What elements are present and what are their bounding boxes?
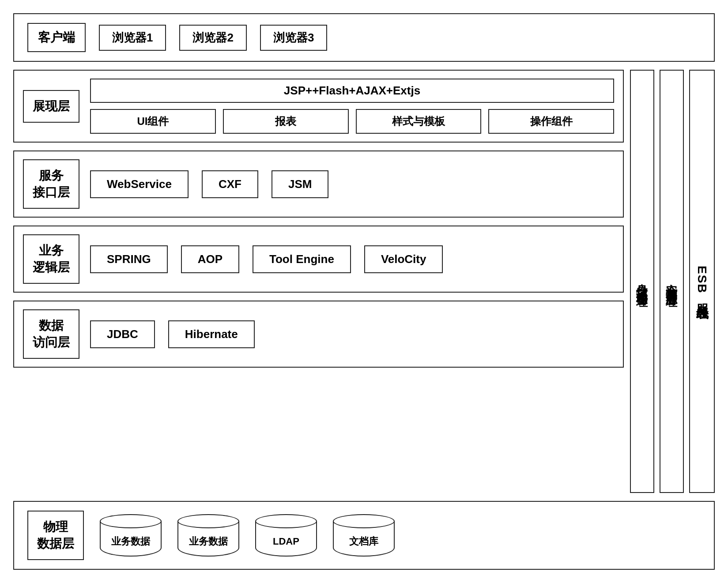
cylinder-2: 业务数据 — [177, 514, 239, 557]
identity-col: 身份认证授权管理 — [630, 70, 654, 493]
hibernate-box: Hibernate — [168, 320, 255, 348]
service-layer-name: 服务 接口层 — [23, 159, 79, 209]
cylinder-3: LDAP — [255, 514, 317, 557]
cxf-box: CXF — [202, 170, 258, 198]
presentation-layer: 展现层 JSP++Flash+AJAX+Extjs UI组件 报表 样式与模板 … — [13, 70, 624, 143]
service-layer: 服务 接口层 WebService CXF JSM — [13, 150, 624, 218]
presentation-layer-name: 展现层 — [23, 90, 79, 123]
db-1: 业务数据 — [100, 514, 162, 557]
cyl-top-1 — [100, 514, 162, 528]
data-access-layer: 数据 访问层 JDBC Hibernate — [13, 301, 624, 368]
browser-3: 浏览器3 — [260, 25, 327, 51]
left-section: 展现层 JSP++Flash+AJAX+Extjs UI组件 报表 样式与模板 … — [13, 70, 624, 493]
security-col: 安全控制日志管理 — [660, 70, 684, 493]
db-label-3: LDAP — [273, 536, 299, 547]
report-component: 报表 — [223, 109, 349, 134]
db-label-2: 业务数据 — [189, 535, 228, 548]
operation-component: 操作组件 — [488, 109, 614, 134]
esb-col: ESB服务总线 — [689, 70, 715, 493]
right-columns: 身份认证授权管理 安全控制日志管理 ESB服务总线 — [630, 70, 715, 493]
presentation-inner: JSP++Flash+AJAX+Extjs UI组件 报表 样式与模板 操作组件 — [90, 79, 614, 134]
style-component: 样式与模板 — [356, 109, 482, 134]
spring-box: SPRING — [90, 245, 168, 273]
tool-engine-box: Tool Engine — [253, 245, 351, 273]
main-container: 展现层 JSP++Flash+AJAX+Extjs UI组件 报表 样式与模板 … — [13, 70, 715, 493]
browser-1: 浏览器1 — [99, 25, 166, 51]
jdbc-box: JDBC — [90, 320, 155, 348]
physical-layer: 物理 数据层 业务数据 业务数据 LDAP 文档 — [13, 501, 715, 570]
data-access-layer-name: 数据 访问层 — [23, 309, 79, 359]
cyl-top-3 — [255, 514, 317, 528]
business-tech-row: SPRING AOP Tool Engine VeloCity — [90, 245, 443, 273]
db-label-1: 业务数据 — [111, 535, 150, 548]
webservice-box: WebService — [90, 170, 189, 198]
cyl-top-2 — [177, 514, 239, 528]
jsm-box: JSM — [272, 170, 328, 198]
db-4: 文档库 — [333, 514, 395, 557]
data-access-tech-row: JDBC Hibernate — [90, 320, 255, 348]
service-tech-row: WebService CXF JSM — [90, 170, 328, 198]
client-label: 客户端 — [27, 23, 86, 52]
browser-2: 浏览器2 — [179, 25, 246, 51]
business-layer-name: 业务 逻辑层 — [23, 234, 79, 284]
velocity-box: VeloCity — [364, 245, 443, 273]
component-row: UI组件 报表 样式与模板 操作组件 — [90, 109, 614, 134]
db-3: LDAP — [255, 514, 317, 557]
cyl-top-4 — [333, 514, 395, 528]
jsp-label: JSP++Flash+AJAX+Extjs — [90, 79, 614, 103]
ui-component: UI组件 — [90, 109, 216, 134]
cylinder-1: 业务数据 — [100, 514, 162, 557]
db-label-4: 文档库 — [349, 535, 378, 548]
client-layer: 客户端 浏览器1 浏览器2 浏览器3 — [13, 13, 715, 62]
cylinder-4: 文档库 — [333, 514, 395, 557]
physical-layer-name: 物理 数据层 — [27, 511, 84, 560]
business-layer: 业务 逻辑层 SPRING AOP Tool Engine VeloCity — [13, 226, 624, 293]
db-2: 业务数据 — [177, 514, 239, 557]
aop-box: AOP — [181, 245, 239, 273]
